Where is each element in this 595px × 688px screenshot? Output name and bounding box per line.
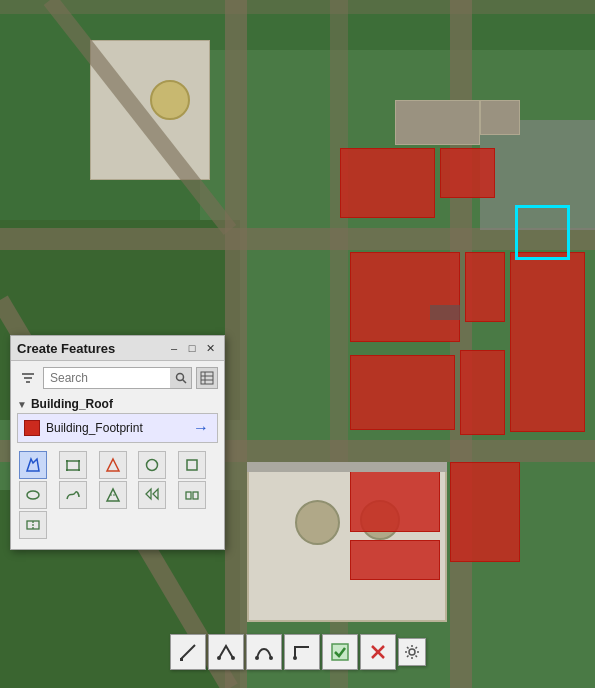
svg-point-33	[255, 656, 259, 660]
search-row	[17, 367, 218, 389]
square-outline-icon	[184, 457, 200, 473]
svg-rect-13	[66, 460, 68, 462]
tool-multipart[interactable]	[138, 481, 166, 509]
svg-marker-11	[27, 459, 39, 471]
finish-sketch-icon	[330, 642, 350, 662]
circle-icon	[144, 457, 160, 473]
svg-rect-15	[66, 469, 68, 471]
segment-curve-button[interactable]	[246, 634, 282, 670]
tool-ellipse[interactable]	[19, 481, 47, 509]
svg-rect-7	[201, 372, 213, 384]
svg-point-35	[293, 656, 297, 660]
diagonal-segment-icon	[178, 642, 198, 662]
triangle-icon	[105, 457, 121, 473]
svg-point-5	[176, 374, 183, 381]
svg-rect-16	[78, 469, 80, 471]
svg-point-39	[409, 649, 415, 655]
toolbar-settings-button[interactable]	[398, 638, 426, 666]
panel-titlebar[interactable]: Create Features – □ ✕	[11, 336, 224, 361]
tool-triangle[interactable]	[99, 451, 127, 479]
svg-point-31	[217, 656, 221, 660]
tool-rectangle[interactable]	[59, 451, 87, 479]
create-features-panel: Create Features – □ ✕	[10, 335, 225, 550]
gear-icon	[404, 644, 420, 660]
svg-point-18	[147, 460, 158, 471]
svg-marker-24	[153, 489, 158, 499]
tools-grid	[17, 447, 218, 543]
layer-chevron: ▼	[17, 399, 27, 410]
delete-sketch-button[interactable]	[360, 634, 396, 670]
search-icon	[175, 372, 187, 384]
svg-rect-25	[186, 492, 191, 499]
tool-sketch[interactable]	[19, 451, 47, 479]
panel-restore-button[interactable]: □	[184, 340, 200, 356]
svg-line-29	[181, 645, 195, 659]
tool-freehand[interactable]	[59, 481, 87, 509]
angle-segment-icon	[292, 642, 312, 662]
svg-rect-12	[67, 461, 79, 470]
tool-split[interactable]	[19, 511, 47, 539]
layer-section: ▼ Building_Roof Building_Footprint →	[17, 395, 218, 443]
delete-sketch-icon	[368, 642, 388, 662]
feature-color-icon	[24, 420, 40, 436]
polygon-cut-icon	[105, 487, 121, 503]
svg-point-20	[27, 491, 39, 499]
tool-polygon-cut[interactable]	[99, 481, 127, 509]
svg-line-6	[182, 380, 186, 384]
tool-box-multipart[interactable]	[178, 481, 206, 509]
layer-header[interactable]: ▼ Building_Roof	[17, 395, 218, 413]
filter-button[interactable]	[17, 367, 39, 389]
feature-arrow-button[interactable]: →	[191, 418, 211, 438]
bottom-toolbar	[170, 634, 426, 670]
table-icon	[200, 371, 214, 385]
svg-rect-30	[180, 658, 183, 661]
svg-point-32	[231, 656, 235, 660]
feature-label: Building_Footprint	[46, 421, 185, 435]
ellipse-icon	[25, 487, 41, 503]
table-view-button[interactable]	[196, 367, 218, 389]
svg-marker-23	[146, 489, 151, 499]
sketch-icon	[25, 457, 41, 473]
svg-point-34	[269, 656, 273, 660]
layer-name: Building_Roof	[31, 397, 113, 411]
split-icon	[25, 517, 41, 533]
panel-controls: – □ ✕	[166, 340, 218, 356]
multipart-icon	[144, 487, 160, 503]
box-multipart-icon	[184, 487, 200, 503]
svg-rect-19	[187, 460, 197, 470]
panel-close-button[interactable]: ✕	[202, 340, 218, 356]
tool-circle[interactable]	[138, 451, 166, 479]
feature-item[interactable]: Building_Footprint →	[17, 413, 218, 443]
rectangle-icon	[65, 457, 81, 473]
svg-rect-26	[193, 492, 198, 499]
freehand-icon	[65, 487, 81, 503]
svg-rect-14	[78, 460, 80, 462]
search-button[interactable]	[170, 367, 192, 389]
segment-arc-button[interactable]	[208, 634, 244, 670]
arc-segment-icon	[216, 642, 236, 662]
svg-rect-36	[332, 644, 348, 660]
curve-segment-icon	[254, 642, 274, 662]
panel-title: Create Features	[17, 341, 115, 356]
search-container	[43, 367, 192, 389]
panel-minimize-button[interactable]: –	[166, 340, 182, 356]
finish-sketch-button[interactable]	[322, 634, 358, 670]
panel-body: ▼ Building_Roof Building_Footprint →	[11, 361, 224, 549]
segment-angle-button[interactable]	[284, 634, 320, 670]
svg-marker-17	[107, 459, 119, 471]
filter-icon	[20, 370, 36, 386]
tool-square-outline[interactable]	[178, 451, 206, 479]
segment-diagonal-button[interactable]	[170, 634, 206, 670]
